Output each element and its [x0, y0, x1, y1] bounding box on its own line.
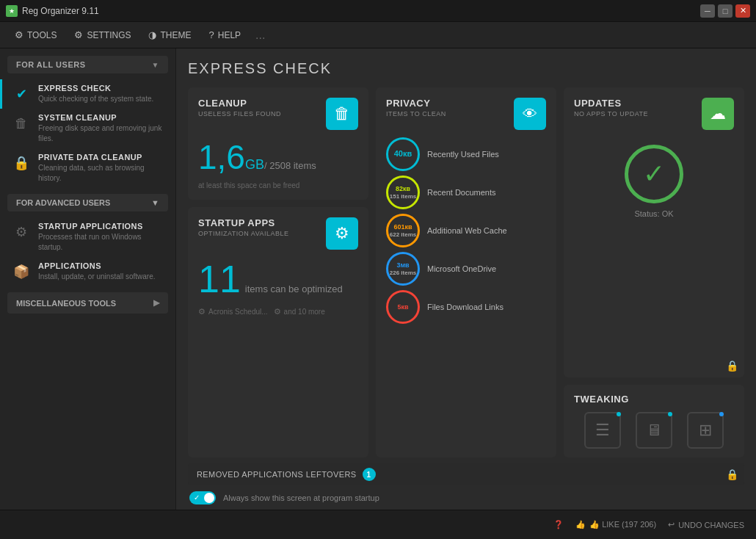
sidebar-misc[interactable]: MISCELLANEOUS TOOLS ▶: [7, 292, 168, 314]
sidebar-section-all-users[interactable]: FOR ALL USERS ▼: [7, 56, 168, 73]
cleanup-value-container: 1,6GB/ 2508 items: [198, 137, 358, 177]
privacy-row-4: 3мв 226 items Microsoft OneDrive: [386, 252, 546, 286]
cleanup-note: at least this space can be freed: [198, 181, 358, 189]
startup-value: 11: [198, 258, 241, 300]
system-cleanup-desc: Freeing disk space and removing junk fil…: [38, 123, 165, 144]
removed-lock-icon: 🔒: [726, 469, 738, 480]
private-data-icon: 🔒: [12, 153, 31, 173]
updates-subtitle: NO APPS TO UPDATE: [574, 110, 648, 117]
privacy-icon: 👁: [514, 98, 546, 130]
right-column: UPDATES NO APPS TO UPDATE ☁ ✓ Status: OK…: [564, 87, 744, 457]
sidebar-section-advanced[interactable]: FOR ADVANCED USERS ▼: [7, 194, 168, 211]
menu-help[interactable]: ? HELP: [201, 26, 248, 43]
settings-icon: ⚙: [74, 29, 83, 40]
tweak-icon-3: ⊞: [687, 412, 724, 449]
tweak-dot-1: [617, 412, 621, 416]
privacy-badge-5: 5кв: [386, 290, 420, 324]
removed-bar[interactable]: REMOVED APPLICATIONS LEFTOVERS 1 🔒: [188, 463, 744, 485]
startup-card: STARTUP APPS OPTIMIZATION AVAILABLE ⚙ 11…: [188, 207, 368, 457]
tweak-dot-2: [668, 412, 672, 416]
help-circle-icon: ❓: [553, 520, 564, 529]
privacy-val-2: 82кв: [396, 185, 410, 193]
privacy-card-titles: PRIVACY ITEMS TO CLEAN: [386, 98, 446, 117]
privacy-badge-3: 601кв 622 items: [386, 214, 420, 247]
menu-more[interactable]: ...: [251, 26, 269, 45]
statusbar-like[interactable]: 👍 👍 LIKE (197 206): [575, 520, 656, 529]
system-cleanup-text: SYSTEM CLEANUP Freeing disk space and re…: [38, 113, 165, 144]
main-content: EXPRESS CHECK CLEANUP USELESS FILES FOUN…: [176, 48, 756, 510]
startup-desc: Processes that run on Windows startup.: [38, 232, 165, 253]
app-title: Reg Organizer 9.11: [22, 6, 99, 16]
updates-card: UPDATES NO APPS TO UPDATE ☁ ✓ Status: OK…: [564, 87, 744, 377]
cleanup-value-unit: GB: [245, 157, 264, 172]
app-icon: ★: [6, 5, 18, 17]
privacy-list: 40кв Recently Used Files 82кв 151 items …: [386, 137, 546, 324]
theme-icon: ◑: [148, 29, 156, 40]
sidebar-item-express-check[interactable]: ✔ EXPRESS CHECK Quick checking of the sy…: [0, 79, 175, 109]
menu-tools[interactable]: ⚙ TOOLS: [7, 26, 64, 43]
titlebar-controls: ─ □ ✕: [700, 4, 750, 18]
privacy-val-4: 3мв: [396, 261, 409, 270]
privacy-sub-4: 226 items: [390, 270, 416, 277]
cleanup-subtitle: USELESS FILES FOUND: [198, 110, 281, 117]
express-check-desc: Quick checking of the system state.: [38, 94, 153, 104]
section-advanced-label: FOR ADVANCED USERS: [16, 198, 110, 207]
updates-card-header: UPDATES NO APPS TO UPDATE ☁: [574, 98, 734, 130]
private-data-text: PRIVATE DATA CLEANUP Cleaning data, such…: [38, 153, 165, 184]
privacy-row-3: 601кв 622 items Additional Web Cache: [386, 214, 546, 247]
system-cleanup-title: SYSTEM CLEANUP: [38, 113, 165, 122]
misc-label: MISCELLANEOUS TOOLS: [16, 299, 116, 308]
cleanup-card: CLEANUP USELESS FILES FOUND 🗑 1,6GB/ 250…: [188, 87, 368, 200]
check-circle-icon: ✓: [625, 145, 683, 203]
cleanup-card-header: CLEANUP USELESS FILES FOUND 🗑: [198, 98, 358, 130]
menu-settings[interactable]: ⚙ SETTINGS: [67, 26, 138, 43]
arrow-right-icon: ▶: [153, 298, 159, 308]
menu-settings-label: SETTINGS: [87, 30, 131, 40]
privacy-column: PRIVACY ITEMS TO CLEAN 👁 40кв Recently U…: [376, 87, 556, 457]
privacy-val-1: 40кв: [394, 149, 412, 159]
maximize-button[interactable]: □: [718, 4, 733, 18]
private-data-desc: Cleaning data, such as browsing history.: [38, 163, 165, 184]
privacy-badge-2: 82кв 151 items: [386, 176, 420, 209]
menubar: ⚙ TOOLS ⚙ SETTINGS ◑ THEME ? HELP ...: [0, 22, 756, 48]
sidebar-item-system-cleanup[interactable]: 🗑 SYSTEM CLEANUP Freeing disk space and …: [0, 109, 175, 148]
express-check-icon: ✔: [12, 84, 31, 104]
updates-icon: ☁: [702, 98, 734, 130]
startup-value-container: 11items can be optimized: [198, 257, 358, 301]
updates-status: Status: OK: [634, 209, 673, 218]
removed-count: 1: [363, 468, 376, 481]
statusbar-help[interactable]: ❓: [553, 520, 564, 529]
titlebar: ★ Reg Organizer 9.11 ─ □ ✕: [0, 0, 756, 22]
cleanup-card-titles: CLEANUP USELESS FILES FOUND: [198, 98, 281, 117]
applications-icon: 📦: [12, 262, 31, 281]
privacy-label-5: Files Download Links: [427, 303, 504, 311]
tweak-icon-2: 🖥: [636, 412, 672, 449]
privacy-sub-2: 151 items: [390, 193, 416, 200]
privacy-row-2: 82кв 151 items Recent Documents: [386, 176, 546, 209]
menu-theme[interactable]: ◑ THEME: [141, 26, 198, 43]
startup-footer: ⚙ Acronis Schedul... ⚙ and 10 more: [198, 307, 358, 316]
minimize-button[interactable]: ─: [700, 4, 715, 18]
close-button[interactable]: ✕: [735, 4, 750, 18]
privacy-label-4: Microsoft OneDrive: [427, 264, 496, 273]
cleanup-title: CLEANUP: [198, 98, 281, 109]
help-icon: ?: [208, 29, 214, 40]
startup-title: STARTUP APPLICATIONS: [38, 222, 165, 231]
updates-title: UPDATES: [574, 98, 648, 109]
titlebar-left: ★ Reg Organizer 9.11: [6, 5, 99, 17]
startup-card-title: STARTUP APPS: [198, 217, 289, 228]
system-cleanup-icon: 🗑: [12, 114, 31, 133]
tweak-icon-1: ☰: [584, 412, 621, 449]
privacy-sub-3: 622 items: [390, 231, 416, 239]
toggle-switch[interactable]: ✓: [189, 491, 216, 504]
applications-text: APPLICATIONS Install, update, or uninsta…: [38, 261, 156, 282]
sidebar-item-startup[interactable]: ⚙ STARTUP APPLICATIONS Processes that ru…: [0, 217, 175, 257]
startup-footer-text1: Acronis Schedul...: [208, 308, 268, 316]
gear-icon-2: ⚙: [274, 307, 281, 316]
startup-icon: ⚙: [12, 223, 31, 242]
sidebar-item-applications[interactable]: 📦 APPLICATIONS Install, update, or unins…: [0, 257, 175, 286]
applications-desc: Install, update, or uninstall software.: [38, 272, 156, 282]
sidebar-item-private-data[interactable]: 🔒 PRIVATE DATA CLEANUP Cleaning data, su…: [0, 148, 175, 188]
tweaking-icons: ☰ 🖥 ⊞: [574, 412, 734, 449]
statusbar-undo[interactable]: ↩ UNDO CHANGES: [668, 520, 744, 529]
